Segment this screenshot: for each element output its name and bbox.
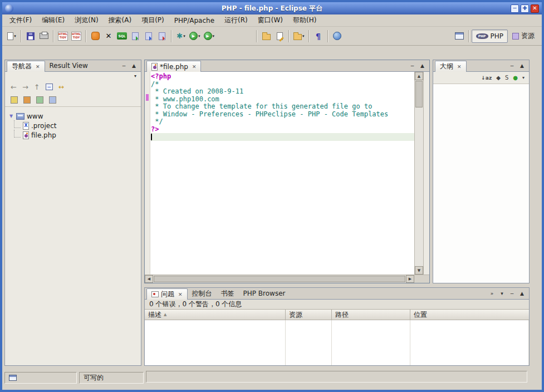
close-icon[interactable]: ✕ bbox=[178, 292, 183, 297]
close-icon[interactable]: ✕ bbox=[457, 64, 462, 70]
vertical-scrollbar[interactable]: ▲ ▼ bbox=[414, 72, 423, 275]
window-menu-icon[interactable] bbox=[5, 4, 13, 13]
debug-icon: ✱ bbox=[177, 32, 183, 40]
menu-file[interactable]: 文件(F) bbox=[4, 14, 37, 26]
dropdown-icon[interactable]: ▾ bbox=[183, 34, 185, 38]
scroll-up-button[interactable]: ▲ bbox=[415, 72, 423, 80]
menu-help[interactable]: 帮助(H) bbox=[288, 14, 321, 26]
scroll-left-button[interactable]: ◀ bbox=[145, 275, 153, 283]
navigator-minimize-button[interactable]: − bbox=[120, 62, 128, 70]
dropdown-icon[interactable]: ▾ bbox=[198, 34, 200, 38]
dropdown-icon[interactable]: ▾ bbox=[14, 34, 16, 38]
editor-maximize-button[interactable]: ▲ bbox=[418, 62, 427, 70]
problems-menu-button[interactable]: ▾ bbox=[498, 290, 506, 297]
sort-button[interactable]: ↓az bbox=[481, 75, 492, 81]
menu-project[interactable]: 项目(P) bbox=[136, 14, 169, 26]
tab-result-view[interactable]: Result View bbox=[45, 60, 92, 71]
tab-file-php[interactable]: *file.php ✕ bbox=[146, 61, 201, 72]
print-button[interactable] bbox=[37, 29, 51, 43]
menu-php-apache[interactable]: PHP/Apache bbox=[169, 16, 219, 26]
php-perspective-button[interactable]: PHP PHP bbox=[472, 30, 508, 43]
web-browser-button[interactable] bbox=[331, 29, 344, 43]
maximize-button[interactable]: ✚ bbox=[521, 4, 529, 13]
collapse-all-button[interactable]: − bbox=[46, 84, 53, 90]
sql-button[interactable]: SQL bbox=[115, 29, 129, 43]
link-with-editor-button[interactable]: ↔ bbox=[58, 84, 64, 90]
titlebar[interactable]: PHP - file.php - Eclipse 平台 − ✚ ✕ bbox=[2, 2, 542, 14]
vertical-scroll-thumb[interactable] bbox=[415, 81, 423, 107]
tab-php-browser[interactable]: PHP Browser bbox=[239, 288, 290, 299]
tree-item-file-php[interactable]: file.php bbox=[8, 130, 139, 140]
menu-edit[interactable]: 编辑(E) bbox=[37, 14, 70, 26]
properties-icon[interactable] bbox=[49, 96, 56, 104]
column-description[interactable]: 描述 ▲ bbox=[145, 310, 286, 320]
html-tidy-config-button[interactable]: HTML TIDY bbox=[70, 29, 83, 43]
save-button[interactable] bbox=[24, 29, 37, 43]
run-button[interactable]: ▶ ▾ bbox=[188, 29, 202, 43]
forward-button[interactable]: → bbox=[22, 84, 28, 91]
editor-minimize-button[interactable]: − bbox=[408, 62, 416, 70]
close-icon[interactable]: ✕ bbox=[36, 64, 40, 70]
tree-item-project-file[interactable]: X .project bbox=[8, 121, 139, 130]
edit-file-button[interactable] bbox=[273, 29, 286, 43]
tab-outline[interactable]: 大纲 ✕ bbox=[435, 61, 467, 72]
minimize-button[interactable]: − bbox=[511, 4, 519, 13]
tab-bookmarks[interactable]: 书签 bbox=[217, 288, 239, 299]
tab-navigator[interactable]: 导航器 ✕ bbox=[7, 61, 45, 72]
outline-minimize-button[interactable]: − bbox=[508, 62, 516, 70]
dropdown-icon[interactable]: ▾ bbox=[213, 34, 215, 38]
resource-perspective-button[interactable]: 资源 bbox=[508, 30, 539, 43]
column-path[interactable]: 路径 bbox=[332, 310, 410, 320]
view-menu-icon[interactable]: ▾ bbox=[134, 74, 136, 79]
menu-window[interactable]: 窗口(W) bbox=[253, 14, 288, 26]
menu-navigate[interactable]: 浏览(N) bbox=[70, 14, 103, 26]
close-icon[interactable]: ✕ bbox=[192, 64, 197, 70]
show-whitespace-button[interactable]: ¶ bbox=[312, 29, 325, 43]
code-editor[interactable]: <?php /* * Created on 2008-9-11 * www.ph… bbox=[151, 72, 414, 275]
debug-button[interactable]: ✱ ▾ bbox=[174, 29, 188, 43]
column-resource[interactable]: 资源 bbox=[286, 310, 332, 320]
scroll-right-button[interactable]: ▶ bbox=[406, 275, 414, 283]
sql-icon: SQL bbox=[117, 32, 127, 40]
navigator-maximize-button[interactable]: ▲ bbox=[130, 62, 138, 70]
apache-stop-button[interactable]: ✕ bbox=[102, 29, 115, 43]
problems-filter-button[interactable]: » bbox=[488, 290, 496, 297]
expander-icon[interactable]: ▼ bbox=[8, 114, 14, 119]
new-file-icon[interactable] bbox=[23, 96, 31, 104]
run-last-button[interactable]: ▶ ▾ bbox=[202, 29, 217, 43]
deploy-button[interactable] bbox=[155, 29, 169, 43]
refresh-icon[interactable] bbox=[11, 96, 18, 104]
problems-table-body[interactable] bbox=[145, 320, 529, 365]
back-button[interactable]: ← bbox=[11, 84, 17, 91]
outline-maximize-button[interactable]: ▲ bbox=[518, 62, 526, 70]
problems-minimize-button[interactable]: − bbox=[508, 290, 516, 297]
hide-fields-button[interactable]: ◆ bbox=[496, 75, 501, 81]
up-button[interactable]: ↑ bbox=[34, 84, 40, 91]
scroll-down-button[interactable]: ▼ bbox=[415, 266, 423, 275]
new-folder-icon[interactable] bbox=[36, 96, 43, 104]
tab-console[interactable]: 控制台 bbox=[188, 288, 217, 299]
overview-ruler[interactable] bbox=[423, 72, 429, 275]
problems-maximize-button[interactable]: ▲ bbox=[518, 290, 526, 297]
html-tidy-button[interactable]: HTML TIDY bbox=[56, 29, 70, 43]
new-wizard-button[interactable]: ▾ bbox=[5, 29, 18, 43]
marker-ruler[interactable] bbox=[145, 72, 150, 275]
horizontal-scroll-thumb[interactable] bbox=[154, 276, 405, 282]
open-perspective-button[interactable] bbox=[453, 29, 466, 43]
import-button[interactable] bbox=[142, 29, 155, 43]
apache-start-button[interactable] bbox=[89, 29, 102, 43]
new-folder-button[interactable]: ▾ bbox=[292, 29, 306, 43]
hide-static-button[interactable]: S bbox=[505, 75, 508, 81]
close-button[interactable]: ✕ bbox=[531, 4, 539, 13]
menu-search[interactable]: 搜索(A) bbox=[104, 14, 137, 26]
dropdown-icon[interactable]: ▾ bbox=[302, 34, 305, 38]
export-button[interactable] bbox=[129, 29, 142, 43]
tree-item-www[interactable]: ▼ www bbox=[8, 111, 139, 121]
menu-run[interactable]: 运行(R) bbox=[219, 14, 253, 26]
open-file-button[interactable] bbox=[259, 29, 273, 43]
fast-view-area[interactable] bbox=[4, 372, 77, 384]
view-menu-icon[interactable]: ▾ bbox=[522, 75, 525, 80]
tab-problems[interactable]: 问题 ✕ bbox=[146, 288, 188, 300]
horizontal-scrollbar[interactable]: ◀ ▶ bbox=[145, 275, 414, 283]
column-location[interactable]: 位置 bbox=[410, 310, 529, 320]
